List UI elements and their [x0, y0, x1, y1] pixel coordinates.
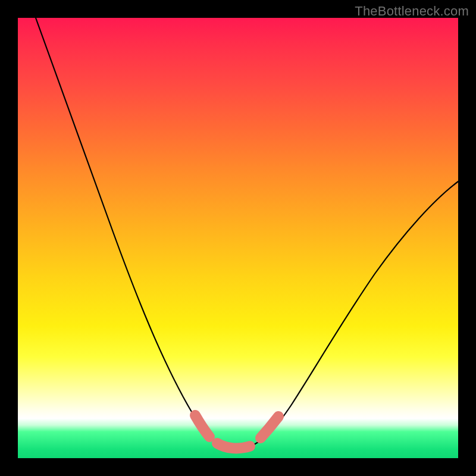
highlight-segment-right	[261, 416, 278, 438]
bottleneck-curve	[36, 18, 458, 448]
highlight-segment-bottom	[217, 443, 250, 448]
watermark-text: TheBottleneck.com	[355, 4, 469, 19]
plot-area	[18, 18, 458, 458]
curve-svg	[18, 18, 458, 458]
chart-frame: TheBottleneck.com	[0, 0, 476, 476]
highlight-segment-left	[195, 415, 209, 437]
